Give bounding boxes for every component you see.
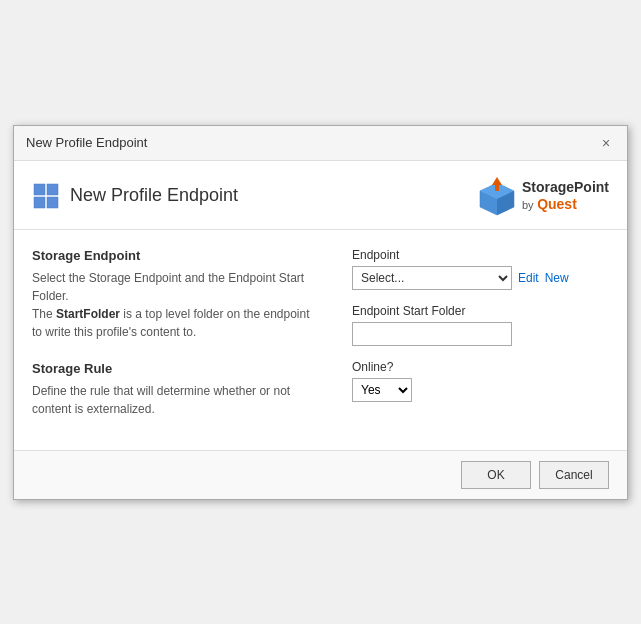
cancel-button[interactable]: Cancel (539, 461, 609, 489)
endpoint-field-label: Endpoint (352, 248, 609, 262)
storage-endpoint-title: Storage Endpoint (32, 248, 312, 263)
brand-logo: StoragePoint by Quest (476, 175, 609, 217)
left-column: Storage Endpoint Select the Storage Endp… (32, 248, 312, 432)
grid-icon (32, 182, 60, 210)
storage-rule-desc: Define the rule that will determine whet… (32, 382, 312, 418)
close-button[interactable]: × (597, 134, 615, 152)
endpoint-field-group: Endpoint Select... Local File System Azu… (352, 248, 609, 290)
storage-rule-section: Storage Rule Define the rule that will d… (32, 361, 312, 418)
svg-rect-1 (47, 184, 58, 195)
desc-text-2: The (32, 307, 56, 321)
new-link[interactable]: New (545, 271, 569, 285)
edit-link[interactable]: Edit (518, 271, 539, 285)
svg-rect-3 (47, 197, 58, 208)
svg-rect-0 (34, 184, 45, 195)
brand-by-quest: by Quest (522, 196, 609, 213)
dialog-footer: OK Cancel (14, 450, 627, 499)
endpoint-row: Select... Local File System Azure Blob A… (352, 266, 609, 290)
title-bar: New Profile Endpoint × (14, 126, 627, 161)
storage-rule-title: Storage Rule (32, 361, 312, 376)
start-folder-input[interactable] (352, 322, 512, 346)
brand-text-group: StoragePoint by Quest (522, 179, 609, 213)
brand-storage-label: StoragePoint (522, 179, 609, 196)
new-profile-endpoint-dialog: New Profile Endpoint × New Profile Endpo… (13, 125, 628, 500)
storagepoint-icon (476, 175, 518, 217)
title-bar-text: New Profile Endpoint (26, 135, 147, 150)
online-select[interactable]: Yes No (352, 378, 412, 402)
desc-text-1: Select the Storage Endpoint and the Endp… (32, 271, 304, 303)
storage-endpoint-section: Storage Endpoint Select the Storage Endp… (32, 248, 312, 341)
two-column-layout: Storage Endpoint Select the Storage Endp… (32, 248, 609, 432)
start-folder-bold: StartFolder (56, 307, 120, 321)
svg-rect-2 (34, 197, 45, 208)
ok-button[interactable]: OK (461, 461, 531, 489)
dialog-title: New Profile Endpoint (70, 185, 238, 206)
start-folder-label: Endpoint Start Folder (352, 304, 609, 318)
dialog-body: Storage Endpoint Select the Storage Endp… (14, 230, 627, 450)
online-label: Online? (352, 360, 609, 374)
svg-rect-8 (495, 183, 499, 191)
dialog-header: New Profile Endpoint StoragePoint by Que… (14, 161, 627, 230)
right-column: Endpoint Select... Local File System Azu… (352, 248, 609, 432)
endpoint-select[interactable]: Select... Local File System Azure Blob A… (352, 266, 512, 290)
online-field-group: Online? Yes No (352, 360, 609, 402)
start-folder-field-group: Endpoint Start Folder (352, 304, 609, 346)
brand-by-label: by (522, 199, 534, 211)
brand-quest-label: Quest (537, 196, 577, 212)
storage-endpoint-desc: Select the Storage Endpoint and the Endp… (32, 269, 312, 341)
header-left: New Profile Endpoint (32, 182, 238, 210)
